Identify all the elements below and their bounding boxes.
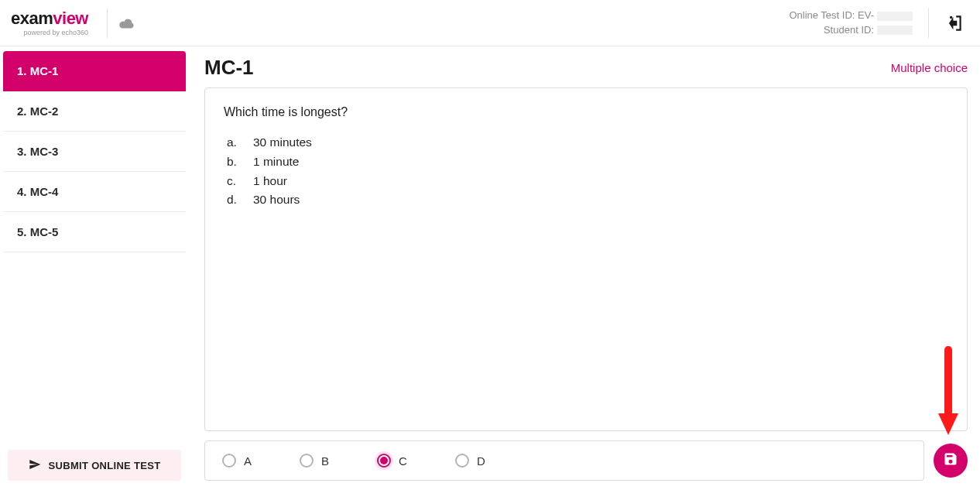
option-letter: c.	[227, 172, 241, 191]
sidebar-question-item[interactable]: 1. MC-1	[3, 51, 186, 91]
option-text: 1 minute	[253, 152, 299, 172]
student-id-value	[877, 26, 913, 35]
app-header: examview powered by echo360 Online Test …	[0, 0, 980, 46]
sidebar-question-item[interactable]: 3. MC-3	[3, 132, 186, 172]
answer-choice-a[interactable]: A	[222, 454, 252, 468]
submit-label: SUBMIT ONLINE TEST	[49, 460, 161, 471]
answer-choice-b[interactable]: B	[300, 454, 329, 468]
radio-icon	[222, 454, 236, 468]
answer-choice-label: C	[399, 454, 407, 468]
question-option: c.1 hour	[227, 172, 948, 191]
answer-choice-d[interactable]: D	[455, 454, 485, 468]
radio-icon	[455, 454, 469, 468]
svg-point-0	[950, 15, 952, 18]
sidebar-question-item[interactable]: 2. MC-2	[3, 91, 186, 132]
answer-choice-label: A	[244, 454, 252, 468]
test-id-value	[877, 12, 913, 21]
answer-choice-c[interactable]: C	[377, 454, 407, 468]
option-text: 30 minutes	[253, 133, 312, 152]
divider	[107, 9, 108, 38]
submit-test-button[interactable]: SUBMIT ONLINE TEST	[8, 450, 181, 481]
header-ids: Online Test ID: EV- Student ID:	[789, 9, 913, 36]
question-prompt: Which time is longest?	[224, 105, 948, 119]
cloud-icon	[118, 17, 135, 29]
answer-choice-bar: ABCD	[204, 440, 924, 481]
logo-part1: exam	[11, 10, 53, 27]
question-sidebar: 1. MC-12. MC-23. MC-34. MC-45. MC-5 SUBM…	[0, 46, 189, 490]
sidebar-question-item[interactable]: 5. MC-5	[3, 212, 186, 252]
option-letter: b.	[227, 152, 241, 172]
logo-subtitle: powered by echo360	[23, 29, 88, 36]
question-option: a.30 minutes	[227, 133, 948, 152]
option-text: 1 hour	[253, 172, 287, 191]
radio-icon	[377, 454, 391, 468]
question-box: Which time is longest? a.30 minutesb.1 m…	[204, 87, 968, 431]
send-icon	[29, 458, 41, 473]
sidebar-question-item[interactable]: 4. MC-4	[3, 172, 186, 212]
option-letter: a.	[227, 133, 241, 152]
question-option: b.1 minute	[227, 152, 948, 172]
question-option: d.30 hours	[227, 190, 948, 210]
test-id-label: Online Test ID: EV-	[789, 9, 874, 21]
question-title: MC-1	[204, 56, 254, 80]
option-text: 30 hours	[253, 190, 300, 210]
main-content: MC-1 Multiple choice Which time is longe…	[189, 46, 980, 490]
exit-button[interactable]	[940, 9, 969, 38]
divider	[928, 9, 929, 38]
student-id-label: Student ID:	[824, 24, 874, 36]
save-button[interactable]	[934, 444, 968, 478]
logo: examview powered by echo360	[11, 10, 88, 36]
answer-choice-label: B	[321, 454, 329, 468]
answer-choice-label: D	[477, 454, 485, 468]
radio-icon	[300, 454, 314, 468]
option-letter: d.	[227, 190, 241, 210]
logo-part2: view	[53, 10, 88, 27]
save-icon	[943, 451, 958, 470]
question-type-label: Multiple choice	[891, 61, 968, 74]
